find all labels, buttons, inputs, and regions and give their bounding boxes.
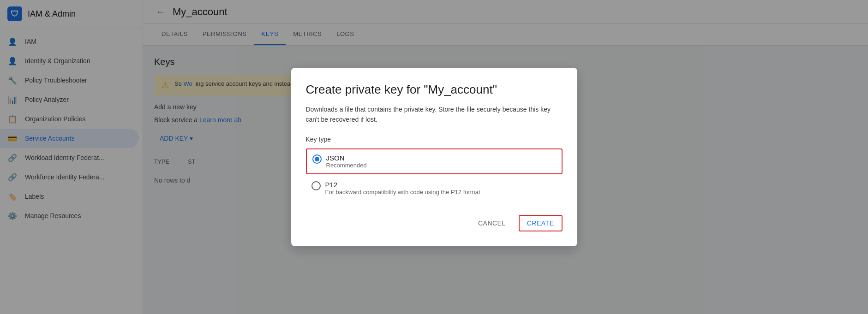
p12-radio-text: P12 For backward compatibility with code… [325, 181, 480, 196]
key-type-label: Key type [306, 136, 563, 143]
json-option[interactable]: JSON Recommended [306, 148, 563, 174]
p12-radio[interactable] [311, 181, 321, 190]
p12-option[interactable]: P12 For backward compatibility with code… [306, 176, 563, 200]
p12-label: P12 [325, 181, 480, 189]
json-sublabel: Recommended [326, 162, 367, 169]
p12-sublabel: For backward compatibility with code usi… [325, 189, 480, 196]
modal-description: Downloads a file that contains the priva… [306, 104, 563, 125]
json-radio-text: JSON Recommended [326, 154, 367, 169]
create-button[interactable]: CREATE [519, 215, 563, 231]
modal-overlay: Create private key for "My_account" Down… [0, 0, 868, 314]
create-key-modal: Create private key for "My_account" Down… [291, 68, 577, 247]
cancel-button[interactable]: CANCEL [471, 215, 513, 231]
json-radio[interactable] [312, 154, 322, 164]
modal-actions: CANCEL CREATE [306, 215, 563, 231]
json-label: JSON [326, 154, 367, 162]
modal-title: Create private key for "My_account" [306, 83, 563, 97]
